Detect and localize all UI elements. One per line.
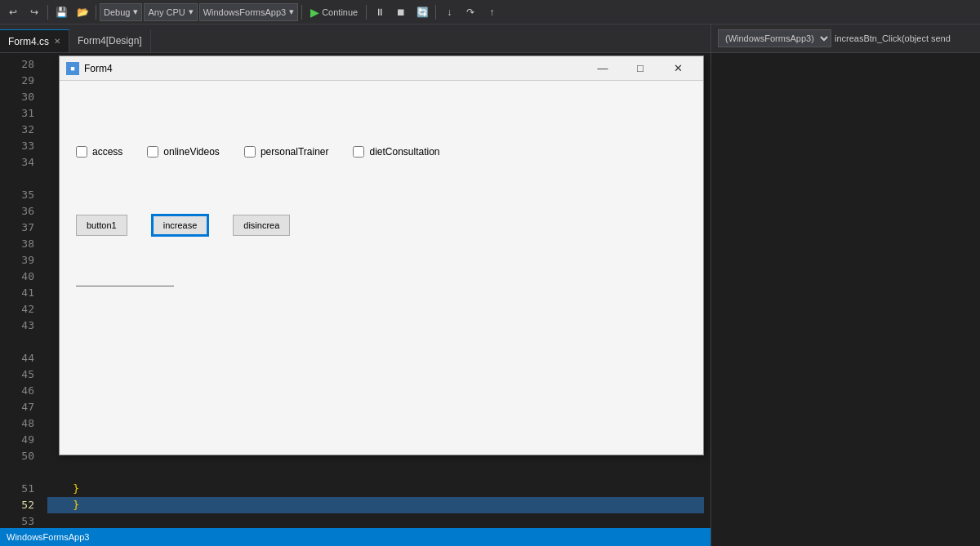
increase-button[interactable]: increase bbox=[152, 215, 209, 236]
method-label: increasBtn_Click(object send bbox=[835, 33, 973, 43]
main-toolbar: ↩ ↪ 💾 📂 Debug ▾ Any CPU ▾ WindowsFormsAp… bbox=[0, 0, 980, 24]
checkbox-access: access bbox=[76, 146, 122, 158]
code-line-52: } bbox=[47, 497, 704, 513]
debug-chevron: ▾ bbox=[133, 7, 138, 17]
checkbox-personaltrainer: personalTrainer bbox=[244, 146, 329, 158]
form-app-icon: ■ bbox=[66, 62, 79, 75]
cpu-chevron: ▾ bbox=[189, 7, 194, 17]
tab-form4design[interactable]: Form4[Design] bbox=[69, 29, 151, 52]
checkbox-onlinevideos: onlineVideos bbox=[147, 146, 220, 158]
sep4 bbox=[366, 5, 367, 20]
tab-form4cs[interactable]: Form4.cs ✕ bbox=[0, 29, 69, 52]
tab-form4cs-label: Form4.cs bbox=[8, 36, 49, 47]
code-editor: Form4.cs ✕ Form4[Design] 28 29 30 31 32 … bbox=[0, 24, 710, 546]
tab-form4design-label: Form4[Design] bbox=[78, 35, 142, 47]
disincrea-button[interactable]: disincrea bbox=[233, 215, 290, 236]
tab-bar: Form4.cs ✕ Form4[Design] bbox=[0, 24, 710, 53]
restart-icon[interactable]: 🔄 bbox=[412, 2, 432, 22]
form-body: access onlineVideos personalTrainer diet… bbox=[60, 81, 703, 455]
cpu-dropdown[interactable]: Any CPU ▾ bbox=[144, 3, 197, 21]
minimize-button[interactable]: — bbox=[584, 56, 621, 81]
button-row: button1 increase disincrea bbox=[76, 215, 687, 236]
class-dropdown[interactable]: (WindowsFormsApp3) bbox=[718, 29, 831, 47]
checkbox-access-label: access bbox=[92, 146, 122, 158]
checkbox-row: access onlineVideos personalTrainer diet… bbox=[76, 146, 687, 158]
right-panel-body bbox=[711, 53, 980, 546]
step-over-icon[interactable]: ↷ bbox=[461, 2, 480, 22]
play-icon: ▶ bbox=[310, 6, 319, 19]
cpu-label: Any CPU bbox=[148, 7, 185, 17]
debug-label: Debug bbox=[104, 7, 130, 17]
sep3 bbox=[301, 5, 302, 20]
status-bar: WindowsFormsApp3 bbox=[0, 528, 710, 546]
checkbox-dietconsultation-label: dietConsultation bbox=[369, 146, 439, 158]
form-title: Form4 bbox=[84, 63, 579, 74]
status-text: WindowsFormsApp3 bbox=[7, 532, 89, 542]
sep5 bbox=[435, 5, 436, 20]
code-line-blank3 bbox=[47, 464, 704, 481]
continue-label: Continue bbox=[322, 7, 358, 17]
code-line-53 bbox=[47, 513, 704, 526]
button1[interactable]: button1 bbox=[76, 215, 127, 236]
checkbox-dietconsultation-input[interactable] bbox=[353, 146, 364, 158]
checkbox-personaltrainer-input[interactable] bbox=[244, 146, 256, 158]
project-chevron: ▾ bbox=[289, 7, 294, 17]
save-icon[interactable]: 💾 bbox=[51, 2, 71, 22]
main-area: Form4.cs ✕ Form4[Design] 28 29 30 31 32 … bbox=[0, 24, 980, 546]
pause-icon[interactable]: ⏸ bbox=[370, 2, 390, 22]
form-window-controls: — □ ✕ bbox=[584, 56, 697, 81]
textbox-row bbox=[76, 269, 687, 286]
right-panel-header: (WindowsFormsApp3) increasBtn_Click(obje… bbox=[711, 24, 980, 53]
textbox-input[interactable] bbox=[76, 269, 174, 286]
sep2 bbox=[96, 5, 96, 20]
checkbox-dietconsultation: dietConsultation bbox=[353, 146, 439, 158]
tab-form4cs-close[interactable]: ✕ bbox=[54, 37, 60, 46]
line-numbers: 28 29 30 31 32 33 34 35 36 37 38 39 40 4… bbox=[0, 53, 41, 526]
maximize-button[interactable]: □ bbox=[621, 56, 659, 81]
step-into-icon[interactable]: ↓ bbox=[439, 2, 459, 22]
checkbox-onlinevideos-input[interactable] bbox=[147, 146, 158, 158]
debug-dropdown[interactable]: Debug ▾ bbox=[100, 3, 142, 21]
redo-icon[interactable]: ↪ bbox=[24, 2, 44, 22]
stop-icon[interactable]: ⏹ bbox=[391, 2, 411, 22]
project-label: WindowsFormsApp3 bbox=[203, 7, 286, 17]
form-titlebar: ■ Form4 — □ ✕ bbox=[60, 56, 703, 81]
sep1 bbox=[47, 5, 48, 20]
checkbox-access-input[interactable] bbox=[76, 146, 87, 158]
code-line-51: } bbox=[47, 481, 704, 497]
open-icon[interactable]: 📂 bbox=[73, 2, 92, 22]
checkbox-onlinevideos-label: onlineVideos bbox=[163, 146, 220, 158]
project-dropdown[interactable]: WindowsFormsApp3 ▾ bbox=[199, 3, 298, 21]
close-button[interactable]: ✕ bbox=[659, 56, 697, 81]
right-panel: (WindowsFormsApp3) increasBtn_Click(obje… bbox=[710, 24, 980, 546]
checkbox-personaltrainer-label: personalTrainer bbox=[261, 146, 329, 158]
form-window: ■ Form4 — □ ✕ access bbox=[59, 55, 704, 455]
step-out-icon[interactable]: ↑ bbox=[482, 2, 501, 22]
continue-button[interactable]: ▶ Continue bbox=[305, 4, 363, 20]
undo-icon[interactable]: ↩ bbox=[3, 2, 23, 22]
